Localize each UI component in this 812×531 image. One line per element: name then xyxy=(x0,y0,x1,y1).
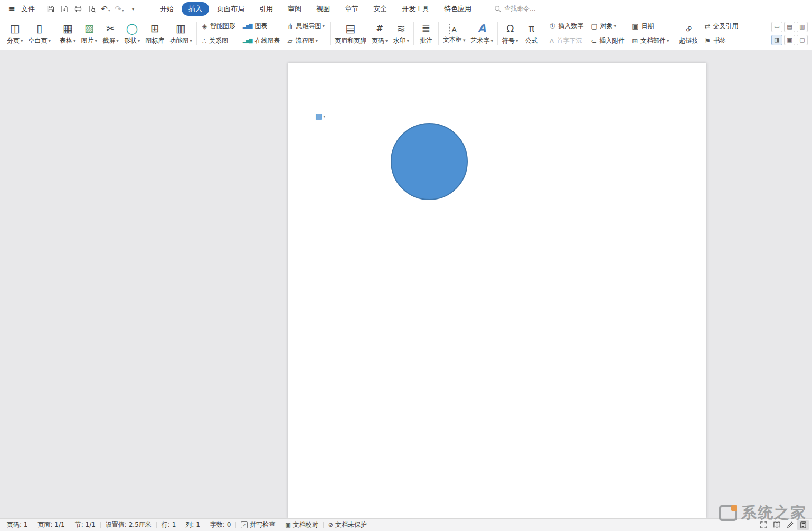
ribbon-stack: ▢ 对象 ⊂ 插入附件 xyxy=(587,18,628,48)
ribbon-button-drop-cap[interactable]: A 首字下沉 xyxy=(547,35,587,47)
ribbon-button-header-footer[interactable]: ▤ 页眉和页脚 xyxy=(332,18,369,48)
document-area[interactable]: ▤ ▾ xyxy=(0,50,812,518)
statusbar: 页码: 1 页面: 1/1 节: 1/1 设置值: 2.5厘米 行: 1 列: … xyxy=(0,518,812,531)
ribbon-button-formula[interactable]: π 公式 xyxy=(521,18,542,48)
print-preview-icon[interactable] xyxy=(86,3,98,15)
ribbon-button-cross-reference[interactable]: ⇄ 交叉引用 xyxy=(702,20,741,32)
undo-button[interactable]: ↶ xyxy=(99,3,112,15)
status-label: 文档校对 xyxy=(293,520,318,529)
save-icon[interactable] xyxy=(44,3,57,15)
print-icon[interactable] xyxy=(72,3,84,15)
ribbon-button-shapes[interactable]: ◯ 形状 xyxy=(121,18,143,48)
function-diagram-icon: ▥ xyxy=(176,22,186,35)
calendar-icon: ▣ xyxy=(632,23,638,30)
button-label: 水印 xyxy=(393,36,409,45)
table-icon: ▦ xyxy=(63,22,73,35)
ribbon-button-flowchart[interactable]: ▱ 流程图 xyxy=(285,35,327,47)
view-toggle-icon[interactable]: ◨ xyxy=(771,35,782,45)
tab-special-apps[interactable]: 特色应用 xyxy=(437,2,478,16)
ribbon-button-function-diagram[interactable]: ▥ 功能图 xyxy=(167,18,195,48)
status-document-protection[interactable]: ⊘ 文档未保护 xyxy=(324,519,372,531)
ink-pen-button[interactable] xyxy=(784,520,796,530)
inserted-circle-shape[interactable] xyxy=(391,123,468,200)
ribbon-separator xyxy=(497,22,498,45)
document-page[interactable]: ▤ ▾ xyxy=(288,63,706,518)
ribbon-button-blank-page[interactable]: ▯ 空白页 xyxy=(26,18,54,48)
ribbon-button-date[interactable]: ▣ 日期 xyxy=(629,20,672,32)
tab-view[interactable]: 视图 xyxy=(309,2,337,16)
ribbon-button-symbol[interactable]: Ω 符号 xyxy=(499,18,521,48)
fullscreen-button[interactable] xyxy=(758,520,769,530)
ribbon-button-insert-number[interactable]: ① 插入数字 xyxy=(547,20,587,32)
shapes-circle-icon: ◯ xyxy=(126,22,138,35)
page-view-button[interactable] xyxy=(797,520,809,530)
ribbon-button-attachment[interactable]: ⊂ 插入附件 xyxy=(588,35,627,47)
button-label: 页眉和页脚 xyxy=(335,36,366,45)
customize-toolbar-chevron-icon[interactable]: ▾ xyxy=(127,3,139,15)
ribbon-button-word-art[interactable]: A 艺术字 xyxy=(468,18,496,48)
cross-reference-icon: ⇄ xyxy=(705,23,711,30)
tab-references[interactable]: 引用 xyxy=(252,2,280,16)
status-page-count: 页面: 1/1 xyxy=(33,519,70,531)
object-icon: ▢ xyxy=(591,23,597,30)
word-art-icon: A xyxy=(478,22,486,35)
status-spell-check[interactable]: ✓ 拼写检查 xyxy=(236,519,280,531)
ribbon-button-picture[interactable]: ▨ 图片 xyxy=(79,18,100,48)
read-mode-button[interactable] xyxy=(771,520,782,530)
search-icon xyxy=(494,5,502,13)
view-toggle-icon[interactable]: ▥ xyxy=(797,22,808,32)
tab-security[interactable]: 安全 xyxy=(366,2,394,16)
redo-button[interactable]: ↷ xyxy=(113,3,126,15)
protection-icon: ⊘ xyxy=(328,521,333,528)
button-label: 艺术字 xyxy=(471,36,494,45)
view-toggle-icon[interactable]: ▣ xyxy=(784,35,795,45)
button-label: 首字下沉 xyxy=(556,36,582,45)
ribbon-button-comment[interactable]: ≣ 批注 xyxy=(416,18,437,48)
ribbon-button-document-parts[interactable]: ⊞ 文档部件 xyxy=(629,35,672,47)
view-toggle-icon[interactable]: ▭ xyxy=(771,22,782,32)
tab-home[interactable]: 开始 xyxy=(153,2,181,16)
ribbon-button-page-number[interactable]: # 页码 xyxy=(369,18,391,48)
ribbon-button-watermark[interactable]: ≋ 水印 xyxy=(390,18,412,48)
tab-section[interactable]: 章节 xyxy=(338,2,365,16)
ribbon-button-relationship-diagram[interactable]: ∴ 关系图 xyxy=(200,35,238,47)
tab-page-layout[interactable]: 页面布局 xyxy=(210,2,251,16)
ribbon-button-screenshot[interactable]: ✂ 截屏 xyxy=(100,18,121,48)
button-label: 页码 xyxy=(372,36,388,45)
command-search-input[interactable]: 查找命令... xyxy=(494,4,535,13)
picture-icon: ▨ xyxy=(84,22,94,35)
pen-icon xyxy=(786,521,794,529)
ribbon-button-smartart[interactable]: ◈ 智能图形 xyxy=(200,20,238,32)
button-label: 截屏 xyxy=(102,36,119,45)
status-word-count[interactable]: 字数: 0 xyxy=(205,519,236,531)
ribbon-button-page-break[interactable]: ◫ 分页 xyxy=(4,18,26,48)
button-label: 书签 xyxy=(713,36,726,45)
tab-review[interactable]: 审阅 xyxy=(281,2,308,16)
tab-insert[interactable]: 插入 xyxy=(182,2,209,16)
ribbon-button-object[interactable]: ▢ 对象 xyxy=(588,20,627,32)
button-label: 思维导图 xyxy=(296,22,325,31)
ribbon-button-bookmark[interactable]: ⚑ 书签 xyxy=(702,35,741,47)
ribbon-button-chart[interactable]: ▂▅▇ 图表 xyxy=(240,20,283,32)
hamburger-menu-icon[interactable]: ≡ xyxy=(5,3,18,15)
ribbon-button-icon-library[interactable]: ⊞ 图标库 xyxy=(143,18,167,48)
search-placeholder: 查找命令... xyxy=(504,4,535,13)
ribbon-button-online-chart[interactable]: ▂▅▇ 在线图表 xyxy=(240,35,283,47)
button-label: 流程图 xyxy=(295,36,318,45)
tab-developer[interactable]: 开发工具 xyxy=(395,2,436,16)
ribbon-button-hyperlink[interactable]: ∞ 超链接 xyxy=(677,18,701,48)
spell-check-icon: ✓ xyxy=(241,521,248,528)
ribbon-button-mind-map[interactable]: ⋔ 思维导图 xyxy=(285,20,327,32)
view-toggle-icon[interactable]: ▢ xyxy=(797,35,808,45)
status-document-proofing[interactable]: ▣ 文档校对 xyxy=(280,519,323,531)
export-icon[interactable] xyxy=(58,3,71,15)
status-label: 拼写检查 xyxy=(250,520,275,529)
file-menu[interactable]: 文件 xyxy=(20,3,39,15)
ribbon-button-table[interactable]: ▦ 表格 xyxy=(57,18,79,48)
view-toggle-icon[interactable]: ▤ xyxy=(784,22,795,32)
button-label: 插入附件 xyxy=(599,36,625,45)
page-settings-button[interactable]: ▤ ▾ xyxy=(315,112,325,120)
ribbon-button-text-box[interactable]: A 文本框 xyxy=(440,18,468,48)
ribbon-separator xyxy=(330,22,331,45)
ribbon-stack: ⇄ 交叉引用 ⚑ 书签 xyxy=(701,18,742,48)
